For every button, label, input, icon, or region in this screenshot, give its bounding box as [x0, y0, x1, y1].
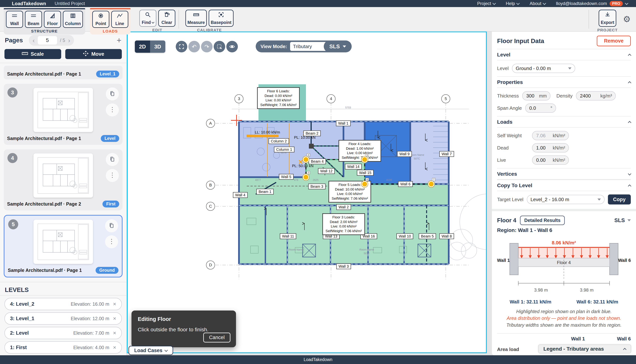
toggle-2d[interactable]: 2D	[135, 40, 150, 53]
load-input[interactable]	[536, 157, 551, 163]
load-combo-select[interactable]: SLS	[324, 40, 352, 52]
plan-label-wall-1[interactable]: Wall 1	[336, 120, 351, 126]
page-thumbnail[interactable]	[34, 220, 93, 264]
menu-help[interactable]: Help	[506, 1, 519, 6]
level-item-3[interactable]: 3: Level_1Elevation: 12.00 m×	[5, 312, 122, 325]
duplicate-page-button[interactable]	[106, 88, 119, 100]
view-dimension-toggle[interactable]: 2D 3D	[135, 40, 165, 53]
fit-view-button[interactable]	[176, 41, 187, 52]
span-angle-input[interactable]	[529, 105, 549, 111]
results-combo-select[interactable]: SLS	[614, 217, 631, 224]
floor-vertex-5[interactable]: 5	[361, 156, 368, 163]
page-thumbnail[interactable]	[34, 154, 93, 198]
delete-level-icon[interactable]: ×	[113, 345, 116, 350]
redo-button[interactable]: ↷	[201, 41, 213, 52]
page-thumbnail[interactable]	[34, 88, 93, 132]
line-button[interactable]: Line	[111, 11, 128, 28]
plan-label-wall-9[interactable]: Wall 9	[397, 151, 412, 157]
plan-label-wall-12[interactable]: Wall 12	[318, 168, 335, 174]
plan-label-wall-2[interactable]: Wall 2	[336, 204, 351, 210]
density-field[interactable]: kg/m³	[576, 91, 616, 100]
section-level[interactable]: Level	[497, 49, 631, 60]
undo-button[interactable]: ↶	[188, 41, 200, 52]
page-card-5[interactable]: 5⋮Sample Architectural.pdf · Page 1Groun…	[4, 215, 123, 278]
floor-button[interactable]: Floor	[44, 11, 61, 28]
section-properties[interactable]: Properties	[497, 76, 631, 88]
plan-label-wall-4[interactable]: Wall 4	[233, 192, 248, 198]
delete-level-icon[interactable]: ×	[113, 330, 116, 336]
dead-field[interactable]: kN/m²	[532, 143, 569, 152]
move-button[interactable]: Move	[65, 49, 122, 59]
drawing-canvas[interactable]: 345ABCD570331135078487797826254195Room N…	[127, 32, 487, 353]
plan-label-beam-5[interactable]: Beam 5	[419, 234, 436, 239]
wall-button[interactable]: Wall	[6, 11, 23, 28]
column-button[interactable]: Column	[63, 11, 83, 28]
point-button[interactable]: Point	[92, 11, 109, 28]
floor-loads-box-floor-6-loads-[interactable]: Floor 6 Loads:Dead: 0.00 kN/m²Live: 0.00…	[257, 87, 300, 109]
pager-prev-icon[interactable]: ‹	[33, 37, 35, 44]
page-menu-button[interactable]: ⋮	[105, 235, 118, 248]
export-button[interactable]: Export	[599, 10, 616, 27]
level-item-1[interactable]: 1: FirstElevation: 4.00 m×	[5, 341, 122, 354]
duplicate-page-button[interactable]	[105, 219, 118, 232]
section-copy-to-level[interactable]: Copy To Level	[497, 180, 631, 191]
page-card-partial[interactable]: Sample Architectural.pdf · Page 1 Level_…	[4, 66, 123, 79]
level-item-2[interactable]: 2: LevelElevation: 7.00 m×	[5, 327, 122, 339]
plan-label-wall-7[interactable]: Wall 7	[440, 151, 454, 157]
plan-label-wall-5[interactable]: Wall 5	[279, 174, 294, 180]
plan-label-wall-3[interactable]: Wall 3	[336, 264, 351, 269]
beam-button[interactable]: Beam	[25, 11, 42, 28]
cancel-button[interactable]: Cancel	[203, 332, 231, 342]
visibility-button[interactable]	[226, 41, 238, 52]
delete-level-icon[interactable]: ×	[113, 301, 116, 307]
scale-button[interactable]: Scale	[5, 49, 61, 59]
page-card-3[interactable]: 3⋮Sample Architectural.pdf · Page 1Level	[4, 84, 123, 145]
plan-label-beam-1[interactable]: Beam 1	[257, 189, 274, 195]
section-vertices[interactable]: Vertices	[497, 168, 631, 180]
duplicate-page-button[interactable]	[106, 153, 119, 166]
measure-button[interactable]: Measure	[185, 10, 207, 27]
menu-project[interactable]: Project	[477, 1, 495, 6]
plan-label-wall-6[interactable]: Wall 6	[398, 181, 413, 187]
live-field[interactable]: kN/m²	[532, 156, 569, 165]
plan-label-column-2[interactable]: Column 2	[269, 138, 289, 144]
legend-bar[interactable]: Legend - Tributary areas	[538, 344, 631, 354]
section-loads[interactable]: Loads	[497, 116, 631, 128]
clear-button[interactable]: Clear	[158, 10, 175, 27]
floor-loads-box-floor-4-loads-[interactable]: Floor 4 Loads:Dead: 1.00 kN/m²Live: 0.00…	[338, 140, 381, 162]
self-weight-field[interactable]: kN/m²	[532, 131, 569, 140]
page-card-4[interactable]: 4⋮Sample Architectural.pdf · Page 2First	[4, 149, 123, 210]
plan-label-beam-4[interactable]: Beam 4	[309, 158, 326, 164]
basepoint-button[interactable]: Basepoint	[209, 10, 233, 27]
floor-vertex-7[interactable]: 7	[428, 181, 435, 187]
page-menu-button[interactable]: ⋮	[106, 104, 119, 116]
delete-level-icon[interactable]: ×	[113, 316, 116, 321]
project-name[interactable]: Untitled Project	[55, 1, 85, 6]
floor-vertex-4[interactable]: 4	[303, 156, 309, 163]
page-menu-button[interactable]: ⋮	[106, 169, 119, 182]
level-select[interactable]: Ground - 0.00 m	[512, 64, 575, 73]
detailed-results-button[interactable]: Detailed Results	[520, 216, 565, 225]
plan-label-wall-14[interactable]: Wall 14	[345, 164, 362, 170]
plan-label-column-1[interactable]: Column 1	[274, 147, 294, 152]
add-page-icon[interactable]: +	[117, 36, 121, 44]
pager-current[interactable]: 5	[38, 36, 57, 44]
floor-vertex-6[interactable]: 6	[361, 181, 368, 187]
plan-label-wall-11[interactable]: Wall 11	[280, 234, 296, 239]
target-level-select[interactable]: Level_2 - 16.00 m	[527, 195, 604, 204]
plan-label-wall-15[interactable]: Wall 15	[357, 170, 374, 176]
plan-label-wall-8[interactable]: Wall 8	[440, 234, 454, 239]
gear-icon[interactable]: ⚙	[623, 14, 630, 24]
thickness-input[interactable]	[526, 93, 537, 99]
load-cases-button[interactable]: Load Cases	[128, 346, 173, 355]
level-item-4[interactable]: 4: Level_2Elevation: 16.00 m×	[5, 298, 122, 310]
thickness-field[interactable]: mm	[522, 91, 550, 100]
density-input[interactable]	[580, 93, 599, 99]
plan-label-beam-3[interactable]: Beam 3	[308, 184, 326, 190]
copy-button[interactable]: Copy	[608, 194, 631, 204]
account-menu[interactable]: lloyd@loadtakedown.com PRO	[556, 1, 628, 6]
floor-loads-box-floor-3-loads-[interactable]: Floor 3 Loads:Dead: 2.00 kN/m²Live: 0.00…	[322, 214, 365, 235]
toggle-3d[interactable]: 3D	[150, 40, 165, 53]
pager-next-icon[interactable]: ›	[68, 37, 70, 44]
plan-label-wall-10[interactable]: Wall 10	[396, 234, 413, 239]
